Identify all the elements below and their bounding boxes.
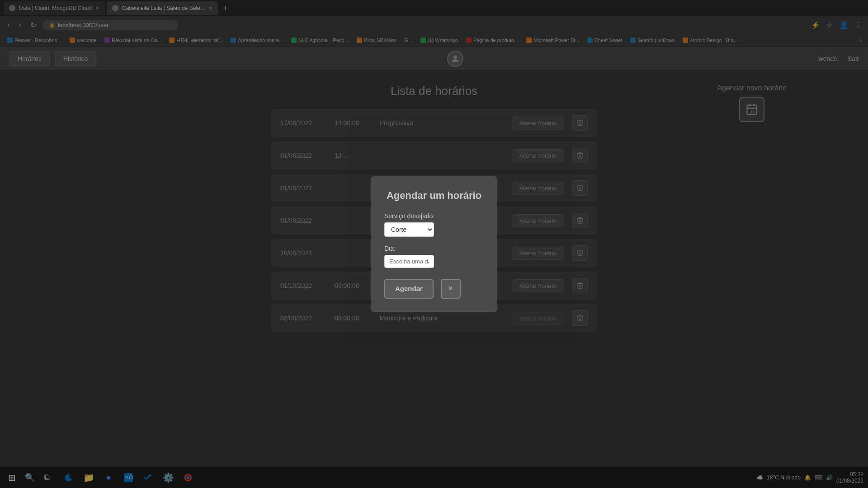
modal-title: Agendar um horário: [384, 190, 484, 202]
cancel-button[interactable]: ×: [441, 279, 461, 299]
modal-overlay: Agendar um horário Serviço desejado: Cor…: [0, 0, 868, 488]
day-input[interactable]: [384, 255, 434, 268]
day-label: Dia:: [384, 245, 484, 252]
agendar-button[interactable]: Agendar: [384, 279, 434, 299]
schedule-modal: Agendar um horário Serviço desejado: Cor…: [371, 176, 497, 312]
service-select[interactable]: Corte Progressiva Manicure Pedicure Mani…: [384, 222, 434, 237]
service-label: Serviço desejado:: [384, 212, 484, 220]
modal-actions: Agendar ×: [384, 279, 484, 299]
